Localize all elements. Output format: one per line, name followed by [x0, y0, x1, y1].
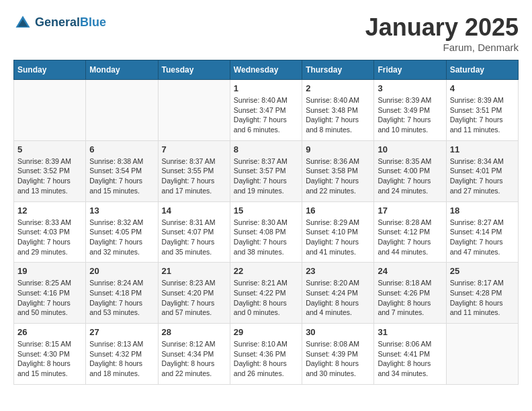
calendar-cell: 15Sunrise: 8:30 AMSunset: 4:08 PMDayligh… [230, 201, 302, 263]
day-number: 15 [234, 205, 298, 216]
calendar-cell [158, 80, 230, 141]
calendar-cell: 24Sunrise: 8:18 AMSunset: 4:26 PMDayligh… [374, 263, 446, 324]
calendar-cell: 2Sunrise: 8:40 AMSunset: 3:48 PMDaylight… [302, 80, 374, 141]
calendar-cell: 17Sunrise: 8:28 AMSunset: 4:12 PMDayligh… [374, 201, 446, 263]
day-number: 23 [306, 266, 370, 276]
weekday-header-row: SundayMondayTuesdayWednesdayThursdayFrid… [14, 60, 519, 80]
day-info: Sunrise: 8:27 AMSunset: 4:14 PMDaylight:… [450, 218, 515, 257]
day-info: Sunrise: 8:38 AMSunset: 3:54 PMDaylight:… [89, 156, 154, 196]
calendar-cell: 12Sunrise: 8:33 AMSunset: 4:03 PMDayligh… [14, 201, 86, 263]
logo-text-blue: Blue [80, 15, 106, 29]
calendar-week-row: 5Sunrise: 8:39 AMSunset: 3:52 PMDaylight… [14, 140, 519, 201]
day-info: Sunrise: 8:24 AMSunset: 4:18 PMDaylight:… [89, 278, 154, 318]
day-number: 31 [378, 327, 442, 337]
day-info: Sunrise: 8:39 AMSunset: 3:49 PMDaylight:… [378, 95, 442, 135]
day-number: 22 [234, 266, 298, 276]
day-number: 26 [17, 327, 82, 337]
calendar-cell: 4Sunrise: 8:39 AMSunset: 3:51 PMDaylight… [446, 80, 518, 141]
day-info: Sunrise: 8:18 AMSunset: 4:26 PMDaylight:… [378, 278, 442, 318]
day-info: Sunrise: 8:40 AMSunset: 3:47 PMDaylight:… [234, 95, 298, 135]
calendar-cell: 22Sunrise: 8:21 AMSunset: 4:22 PMDayligh… [230, 263, 302, 324]
calendar-cell: 6Sunrise: 8:38 AMSunset: 3:54 PMDaylight… [86, 140, 158, 201]
calendar-cell: 21Sunrise: 8:23 AMSunset: 4:20 PMDayligh… [158, 263, 230, 324]
day-info: Sunrise: 8:10 AMSunset: 4:36 PMDaylight:… [234, 339, 298, 379]
day-info: Sunrise: 8:15 AMSunset: 4:30 PMDaylight:… [17, 339, 82, 379]
day-info: Sunrise: 8:25 AMSunset: 4:16 PMDaylight:… [17, 278, 82, 318]
day-info: Sunrise: 8:31 AMSunset: 4:07 PMDaylight:… [162, 218, 226, 257]
calendar-cell: 30Sunrise: 8:08 AMSunset: 4:39 PMDayligh… [302, 324, 374, 385]
day-info: Sunrise: 8:36 AMSunset: 3:58 PMDaylight:… [306, 156, 370, 196]
day-info: Sunrise: 8:23 AMSunset: 4:20 PMDaylight:… [162, 278, 226, 318]
day-number: 21 [162, 266, 226, 276]
weekday-header: Wednesday [230, 60, 302, 80]
calendar-cell: 23Sunrise: 8:20 AMSunset: 4:24 PMDayligh… [302, 263, 374, 324]
day-info: Sunrise: 8:34 AMSunset: 4:01 PMDaylight:… [450, 156, 515, 196]
day-number: 29 [234, 327, 298, 337]
day-info: Sunrise: 8:29 AMSunset: 4:10 PMDaylight:… [306, 218, 370, 257]
day-number: 6 [89, 144, 154, 154]
logo-icon [13, 13, 32, 32]
day-info: Sunrise: 8:30 AMSunset: 4:08 PMDaylight:… [234, 218, 298, 257]
day-number: 30 [306, 327, 370, 337]
day-number: 2 [306, 83, 370, 93]
day-number: 24 [378, 266, 442, 276]
calendar-cell [446, 324, 518, 385]
day-number: 7 [162, 144, 226, 154]
calendar-cell: 7Sunrise: 8:37 AMSunset: 3:55 PMDaylight… [158, 140, 230, 201]
calendar-cell: 9Sunrise: 8:36 AMSunset: 3:58 PMDaylight… [302, 140, 374, 201]
calendar-cell: 27Sunrise: 8:13 AMSunset: 4:32 PMDayligh… [86, 324, 158, 385]
logo: GeneralBlue [13, 13, 106, 32]
day-info: Sunrise: 8:20 AMSunset: 4:24 PMDaylight:… [306, 278, 370, 318]
calendar-cell: 10Sunrise: 8:35 AMSunset: 4:00 PMDayligh… [374, 140, 446, 201]
calendar-cell: 14Sunrise: 8:31 AMSunset: 4:07 PMDayligh… [158, 201, 230, 263]
day-info: Sunrise: 8:12 AMSunset: 4:34 PMDaylight:… [162, 339, 226, 379]
day-info: Sunrise: 8:35 AMSunset: 4:00 PMDaylight:… [378, 156, 442, 196]
calendar-cell: 20Sunrise: 8:24 AMSunset: 4:18 PMDayligh… [86, 263, 158, 324]
calendar-week-row: 26Sunrise: 8:15 AMSunset: 4:30 PMDayligh… [14, 324, 519, 385]
day-info: Sunrise: 8:08 AMSunset: 4:39 PMDaylight:… [306, 339, 370, 379]
calendar-table: SundayMondayTuesdayWednesdayThursdayFrid… [13, 60, 519, 385]
page-header: GeneralBlue January 2025 Farum, Denmark [13, 13, 519, 53]
calendar-cell [14, 80, 86, 141]
day-number: 17 [378, 205, 442, 216]
day-number: 10 [378, 144, 442, 154]
day-number: 19 [17, 266, 82, 276]
weekday-header: Sunday [14, 60, 86, 80]
day-number: 5 [17, 144, 82, 154]
month-title: January 2025 [365, 13, 519, 42]
day-info: Sunrise: 8:17 AMSunset: 4:28 PMDaylight:… [450, 278, 515, 318]
calendar-cell: 31Sunrise: 8:06 AMSunset: 4:41 PMDayligh… [374, 324, 446, 385]
calendar-cell: 5Sunrise: 8:39 AMSunset: 3:52 PMDaylight… [14, 140, 86, 201]
day-number: 4 [450, 83, 515, 93]
day-info: Sunrise: 8:39 AMSunset: 3:51 PMDaylight:… [450, 95, 515, 135]
day-info: Sunrise: 8:32 AMSunset: 4:05 PMDaylight:… [89, 218, 154, 257]
weekday-header: Monday [86, 60, 158, 80]
location: Farum, Denmark [365, 42, 519, 53]
weekday-header: Thursday [302, 60, 374, 80]
day-info: Sunrise: 8:28 AMSunset: 4:12 PMDaylight:… [378, 218, 442, 257]
calendar-cell [86, 80, 158, 141]
day-number: 11 [450, 144, 515, 154]
day-info: Sunrise: 8:21 AMSunset: 4:22 PMDaylight:… [234, 278, 298, 318]
day-number: 3 [378, 83, 442, 93]
calendar-cell: 3Sunrise: 8:39 AMSunset: 3:49 PMDaylight… [374, 80, 446, 141]
day-info: Sunrise: 8:33 AMSunset: 4:03 PMDaylight:… [17, 218, 82, 257]
day-number: 9 [306, 144, 370, 154]
calendar-cell: 13Sunrise: 8:32 AMSunset: 4:05 PMDayligh… [86, 201, 158, 263]
calendar-cell: 18Sunrise: 8:27 AMSunset: 4:14 PMDayligh… [446, 201, 518, 263]
day-number: 14 [162, 205, 226, 216]
day-info: Sunrise: 8:06 AMSunset: 4:41 PMDaylight:… [378, 339, 442, 379]
calendar-week-row: 1Sunrise: 8:40 AMSunset: 3:47 PMDaylight… [14, 80, 519, 141]
title-block: January 2025 Farum, Denmark [365, 13, 519, 53]
logo-text-general: General [35, 15, 80, 29]
calendar-cell: 11Sunrise: 8:34 AMSunset: 4:01 PMDayligh… [446, 140, 518, 201]
day-info: Sunrise: 8:37 AMSunset: 3:55 PMDaylight:… [162, 156, 226, 196]
calendar-cell: 16Sunrise: 8:29 AMSunset: 4:10 PMDayligh… [302, 201, 374, 263]
day-number: 16 [306, 205, 370, 216]
day-info: Sunrise: 8:40 AMSunset: 3:48 PMDaylight:… [306, 95, 370, 135]
calendar-cell: 28Sunrise: 8:12 AMSunset: 4:34 PMDayligh… [158, 324, 230, 385]
day-info: Sunrise: 8:13 AMSunset: 4:32 PMDaylight:… [89, 339, 154, 379]
weekday-header: Saturday [446, 60, 518, 80]
weekday-header: Tuesday [158, 60, 230, 80]
day-info: Sunrise: 8:37 AMSunset: 3:57 PMDaylight:… [234, 156, 298, 196]
